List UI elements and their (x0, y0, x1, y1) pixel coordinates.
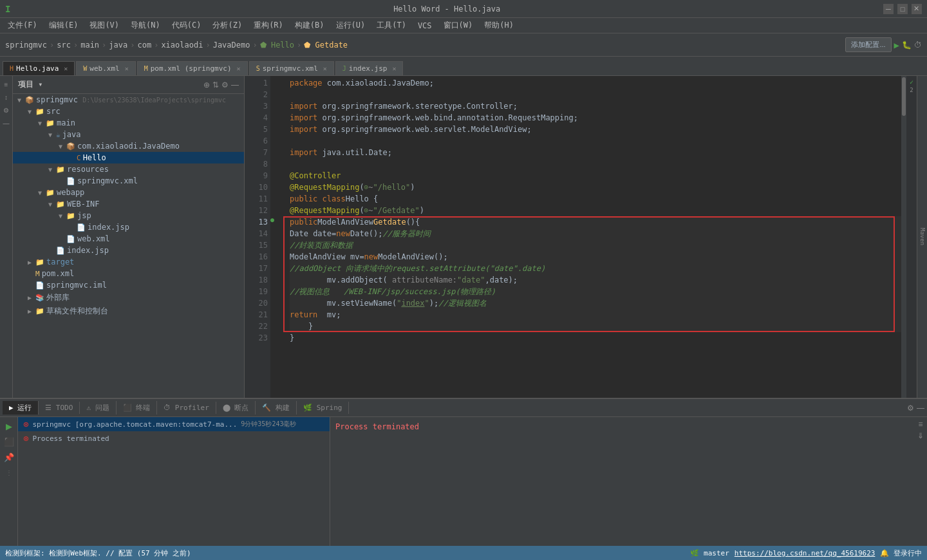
menu-vcs[interactable]: VCS (413, 20, 437, 32)
sidebar-add-btn[interactable]: ⊕ (203, 80, 210, 89)
menu-analyze[interactable]: 分析(Z) (207, 19, 247, 32)
menu-navigate[interactable]: 导航(N) (126, 19, 165, 32)
breadcrumb-javademo[interactable]: JavaDemo (213, 41, 250, 50)
run-scroll-btn[interactable]: ⇓ (917, 431, 924, 440)
bottom-tab-spring[interactable]: 🌿 Spring (297, 402, 349, 414)
menu-edit[interactable]: 编辑(E) (44, 19, 84, 32)
maximize-button[interactable]: □ (897, 4, 908, 14)
breakpoint-icon[interactable]: ● (270, 216, 283, 228)
add-config-button[interactable]: 添加配置... (845, 37, 891, 52)
bottom-tab-build[interactable]: 🔨 构建 (256, 401, 297, 415)
tab-index-jsp[interactable]: J index.jsp ✕ (335, 61, 404, 75)
tree-item-webinf[interactable]: ▼ 📁 WEB-INF (13, 198, 244, 210)
left-tool-3[interactable]: ⚙ (1, 104, 12, 116)
tab-web-xml[interactable]: W web.xml ✕ (76, 61, 135, 75)
tab-close-indexjsp[interactable]: ✕ (392, 65, 396, 72)
jsp-icon: J (342, 65, 346, 72)
profile-button[interactable]: ⏱ (914, 41, 922, 50)
tree-item-package[interactable]: ▼ 📦 com.xiaolaodi.JavaDemo (13, 140, 244, 152)
tree-item-index-jsp-webapp[interactable]: 📄 index.jsp (13, 245, 244, 256)
menu-build[interactable]: 构建(B) (290, 19, 330, 32)
sidebar-collapse-btn[interactable]: — (231, 80, 239, 89)
menu-run[interactable]: 运行(U) (331, 19, 371, 32)
bottom-tab-run[interactable]: ▶ 运行 (3, 401, 39, 415)
bottom-tab-breakpoints[interactable]: ⬤ 断点 (216, 401, 256, 415)
breadcrumb-java[interactable]: java (109, 41, 127, 50)
bottom-close-btn[interactable]: — (917, 404, 924, 413)
tree-item-pom-xml[interactable]: M pom.xml (13, 268, 244, 279)
tree-item-webapp[interactable]: ▼ 📁 webapp (13, 187, 244, 198)
tree-item-resources[interactable]: ▼ 📁 resources (13, 163, 244, 175)
menu-file[interactable]: 文件(F) (3, 19, 42, 32)
left-tool-2[interactable]: ↕ (1, 91, 12, 103)
tree-item-src[interactable]: ▼ 📁 src (13, 106, 244, 117)
run-filter-btn[interactable]: ⋮ (3, 466, 15, 479)
sidebar-sync-btn[interactable]: ⇅ (212, 80, 219, 89)
editor-scrollbar[interactable] (901, 76, 906, 398)
breadcrumb-springmvc[interactable]: springmvc (5, 41, 47, 50)
tree-item-main[interactable]: ▼ 📁 main (13, 117, 244, 129)
tree-item-iml[interactable]: 📄 springmvc.iml (13, 279, 244, 291)
sidebar-header: 项目 ▾ ⊕ ⇅ ⚙ — (13, 76, 244, 94)
tab-close-webxml[interactable]: ✕ (125, 65, 129, 72)
tree-item-springmvc-xml-res[interactable]: 📄 springmvc.xml (13, 175, 244, 187)
tree-item-scratches[interactable]: ▶ 📁 草稿文件和控制台 (13, 304, 244, 318)
menu-refactor[interactable]: 重构(R) (248, 19, 288, 32)
run-restart-btn[interactable]: ▶ (3, 420, 15, 433)
tree-item-index-jsp-webinf[interactable]: 📄 index.jsp (13, 221, 244, 233)
folder-src-icon: 📁 (35, 107, 44, 116)
tree-item-external-libs[interactable]: ▶ 📚 外部库 (13, 291, 244, 304)
status-url[interactable]: https://blog.csdn.net/qq_45619623 (735, 549, 876, 557)
tree-item-target[interactable]: ▶ 📁 target (13, 256, 244, 268)
run-item-process[interactable]: ⊗ Process terminated (18, 431, 330, 445)
menu-window[interactable]: 窗口(W) (438, 19, 478, 32)
run-pin-btn[interactable]: 📌 (3, 451, 15, 463)
folder-resources-icon: 📁 (56, 165, 65, 174)
code-line-10: @RequestMapping(⊙~"/hello") (290, 182, 901, 193)
debug-button[interactable]: 🐛 (902, 41, 912, 50)
tree-item-java[interactable]: ▼ ☕ java (13, 129, 244, 140)
tree-item-springmvc[interactable]: ▼ 📦 springmvc D:\Users\23638\IdeaProject… (13, 94, 244, 106)
bottom-tab-todo[interactable]: ☰ TODO (39, 402, 80, 414)
run-wrap-btn[interactable]: ≡ (918, 420, 922, 429)
bottom-tab-problems[interactable]: ⚠ 问题 (80, 401, 116, 415)
run-stop-btn[interactable]: ⬛ (3, 435, 15, 448)
code-editor[interactable]: package com.xiaolaodi.JavaDemo; import o… (283, 76, 901, 398)
tree-item-hello[interactable]: C Hello (13, 152, 244, 163)
left-tool-1[interactable]: ≡ (1, 79, 12, 90)
left-tool-4[interactable]: — (1, 117, 12, 129)
breadcrumb-getdate[interactable]: ⬟ Getdate (304, 41, 348, 50)
breadcrumb-main[interactable]: main (80, 41, 99, 50)
bottom-tab-profiler[interactable]: ⏱ Profiler (157, 402, 216, 414)
code-line-17: //addObject 向请求域中的request.setAttribute("… (290, 263, 901, 274)
minimize-button[interactable]: ─ (883, 4, 894, 14)
status-notifications[interactable]: 🔔 登录行中 (880, 548, 922, 558)
run-button[interactable]: ▶ (894, 40, 899, 50)
breadcrumb-src[interactable]: src (57, 41, 71, 50)
tree-label-target: target (46, 257, 74, 266)
tab-springmvc-xml[interactable]: S springmvc.xml ✕ (249, 61, 334, 75)
tab-close-hello[interactable]: ✕ (64, 65, 68, 72)
bottom-settings-btn[interactable]: ⚙ (907, 404, 914, 413)
menu-code[interactable]: 代码(C) (167, 19, 207, 32)
tab-hello-java[interactable]: H Hello.java ✕ (3, 61, 75, 75)
tab-pom-xml[interactable]: M pom.xml (springmvc) ✕ (137, 61, 248, 75)
breadcrumb-com[interactable]: com (137, 41, 151, 50)
bottom-tab-terminal[interactable]: ⬛ 终端 (117, 401, 158, 415)
breadcrumb-xiaolaodi[interactable]: xiaolaodi (161, 41, 203, 50)
sidebar-settings-btn[interactable]: ⚙ (221, 80, 229, 89)
status-git[interactable]: 🌿 master (690, 549, 729, 557)
tree-item-jsp-folder[interactable]: ▼ 📁 jsp (13, 210, 244, 221)
tree-item-web-xml[interactable]: 📄 web.xml (13, 233, 244, 245)
run-item-springmvc[interactable]: ⊗ springmvc [org.apache.tomcat.maven:tom… (18, 417, 330, 431)
breadcrumb-hello[interactable]: ⬟ Hello (260, 41, 294, 50)
tab-close-springmvc[interactable]: ✕ (323, 65, 327, 72)
tab-close-pomxml[interactable]: ✕ (237, 65, 241, 72)
menu-help[interactable]: 帮助(H) (479, 19, 519, 32)
menu-tools[interactable]: 工具(T) (371, 19, 411, 32)
menu-view[interactable]: 视图(V) (84, 19, 124, 32)
close-button[interactable]: ✕ (912, 4, 922, 14)
scrollbar-thumb[interactable] (902, 77, 906, 116)
process-terminated-text: Process terminated (335, 422, 419, 431)
maven-side-label[interactable]: Maven (917, 76, 927, 398)
